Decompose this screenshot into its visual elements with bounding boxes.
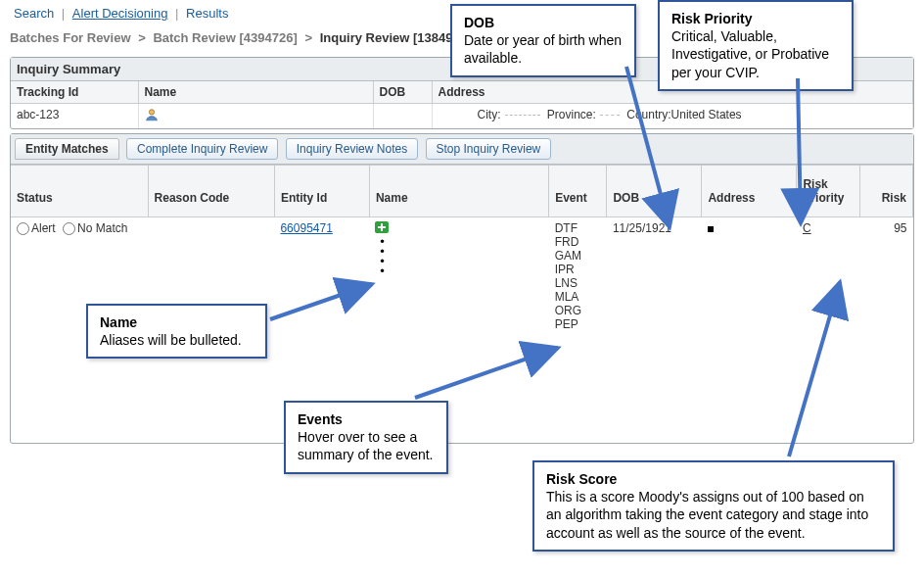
callout-name: Name Aliases will be bulleted. — [86, 304, 267, 359]
th-entity-address: Address — [702, 166, 797, 217]
svg-point-0 — [149, 110, 154, 115]
pipe-icon: | — [175, 6, 178, 21]
entity-id-link[interactable]: 66095471 — [280, 221, 332, 235]
callout-events: Events Hover over to see a summary of th… — [284, 401, 448, 474]
event-code[interactable]: GAM — [555, 249, 601, 263]
callout-name-body: Aliases will be bulleted. — [100, 332, 242, 348]
callout-risk-priority: Risk Priority Critical, Valuable, Invest… — [658, 0, 854, 91]
province-label: Province: — [547, 108, 596, 121]
stop-inquiry-button[interactable]: Stop Inquiry Review — [426, 138, 552, 160]
tab-entity-matches[interactable]: Entity Matches — [15, 138, 119, 160]
th-entity-id: Entity Id — [274, 166, 369, 217]
entity-matches-panel: Entity Matches Complete Inquiry Review I… — [10, 133, 914, 444]
radio-no-match-label: No Match — [77, 221, 127, 235]
person-icon — [145, 111, 159, 124]
radio-alert[interactable] — [17, 222, 29, 235]
callout-riskprio-title: Risk Priority — [671, 11, 752, 26]
th-entity-dob: DOB — [607, 166, 702, 217]
callout-dob-title: DOB — [464, 15, 494, 30]
chevron-right-icon: > — [300, 30, 316, 45]
event-code[interactable]: ORG — [555, 304, 601, 317]
cell-entity-name: •••• — [369, 217, 548, 336]
cell-risk-score: 95 — [860, 217, 913, 336]
callout-events-title: Events — [298, 411, 343, 427]
callout-dob: DOB Date or year of birth when available… — [450, 4, 636, 77]
inquiry-notes-button[interactable]: Inquiry Review Notes — [286, 138, 418, 160]
cell-events: DTF FRD GAM IPR LNS MLA ORG PEP — [549, 217, 607, 336]
th-risk-priority: Risk Priority — [797, 166, 860, 217]
th-dob: DOB — [373, 81, 432, 104]
th-entity-name: Name — [369, 166, 548, 217]
radio-alert-label: Alert — [31, 221, 56, 235]
cell-entity-id: 66095471 — [274, 217, 369, 336]
alias-bullets-icon: •••• — [375, 237, 389, 276]
cell-entity-address — [702, 217, 797, 336]
event-code[interactable]: FRD — [555, 235, 601, 249]
cell-dob — [373, 104, 432, 129]
cell-entity-dob: 11/25/1921 — [607, 217, 702, 336]
dash-icon — [505, 115, 540, 116]
callout-name-title: Name — [100, 314, 137, 330]
address-marker-icon — [708, 226, 714, 232]
event-code[interactable]: DTF — [555, 221, 601, 235]
event-code[interactable]: PEP — [555, 317, 601, 331]
event-code[interactable]: LNS — [555, 276, 601, 290]
th-tracking: Tracking Id — [11, 81, 138, 104]
callout-dob-body: Date or year of birth when available. — [464, 32, 622, 66]
th-status: Status — [11, 166, 148, 217]
callout-riskscore-body: This is a score Moody's assigns out of 1… — [546, 489, 868, 540]
callout-riskprio-body: Critical, Valuable, Investigative, or Pr… — [671, 28, 829, 79]
event-list[interactable]: DTF FRD GAM IPR LNS MLA ORG PEP — [555, 221, 601, 331]
pipe-icon: | — [62, 6, 65, 21]
dash-icon — [600, 115, 620, 116]
th-event: Event — [549, 166, 607, 217]
risk-priority-value[interactable]: C — [803, 221, 811, 235]
city-label: City: — [478, 108, 501, 121]
th-name: Name — [138, 81, 373, 104]
cell-address: City: Province: Country:United States — [432, 104, 913, 129]
callout-events-body: Hover over to see a summary of the event… — [298, 429, 434, 462]
radio-no-match[interactable] — [63, 222, 75, 235]
complete-inquiry-button[interactable]: Complete Inquiry Review — [126, 138, 278, 160]
breadcrumb-batches[interactable]: Batches For Review — [10, 30, 131, 45]
callout-riskscore-title: Risk Score — [546, 471, 617, 487]
cell-risk-priority: C — [797, 217, 860, 336]
nav-alert-decisioning-link[interactable]: Alert Decisioning — [69, 6, 172, 21]
event-code[interactable]: IPR — [555, 263, 601, 276]
expand-plus-icon[interactable] — [375, 221, 389, 233]
event-code[interactable]: MLA — [555, 290, 601, 304]
country-value: United States — [671, 108, 742, 121]
breadcrumb-inquiry-review: Inquiry Review [13849] — [320, 30, 457, 45]
th-reason: Reason Code — [148, 166, 274, 217]
nav-results-link[interactable]: Results — [182, 6, 232, 21]
cell-tracking-id: abc-123 — [11, 104, 138, 129]
th-risk: Risk — [860, 166, 913, 217]
breadcrumb-batch-review[interactable]: Batch Review [4394726] — [153, 30, 297, 45]
nav-search-link[interactable]: Search — [10, 6, 58, 21]
entity-matches-header: Entity Matches Complete Inquiry Review I… — [11, 134, 913, 165]
callout-risk-score: Risk Score This is a score Moody's assig… — [532, 460, 895, 552]
cell-name — [138, 104, 373, 129]
chevron-right-icon: > — [134, 30, 150, 45]
country-label: Country: — [626, 108, 670, 121]
